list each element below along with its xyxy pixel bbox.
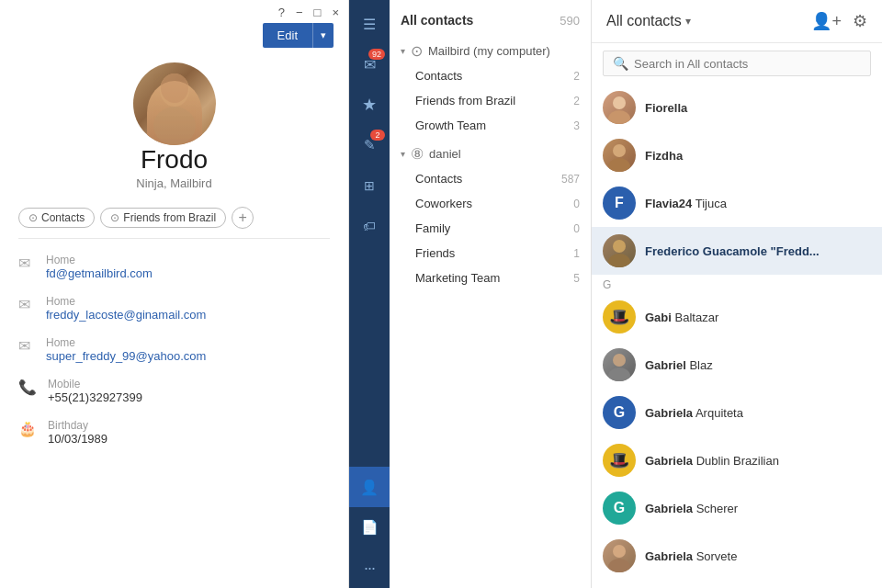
list-item-name: Friends xyxy=(415,246,455,260)
tag-contacts[interactable]: ⊙ Contacts xyxy=(18,208,95,228)
contact-name-gabriela-sch: Gabriela Scherer xyxy=(645,502,738,515)
contact-row-flavia[interactable]: F Flavia24 Tijuca xyxy=(592,179,882,227)
right-title-text: All contacts xyxy=(606,13,682,29)
email-icon-2: ✉ xyxy=(18,296,35,313)
birthday-value: 10/03/1989 xyxy=(48,432,107,446)
contact-row-frederico[interactable]: Frederico Guacamole "Fredd... xyxy=(592,227,882,275)
list-item-daniel-contacts[interactable]: Contacts 587 xyxy=(390,166,591,191)
list-item-name: Marketing Team xyxy=(415,271,500,285)
contact-name-gabriela-sor: Gabriela Sorvete xyxy=(645,549,737,563)
maximize-icon[interactable]: □ xyxy=(314,6,322,19)
list-item-count: 3 xyxy=(573,119,580,132)
nav-compose[interactable]: ✎ 2 xyxy=(349,125,390,165)
list-item-name: Friends from Brazil xyxy=(415,94,515,107)
nav-menu[interactable]: ☰ xyxy=(349,4,390,44)
contacts-nav-icon: 👤 xyxy=(360,479,379,496)
list-item-growth-team[interactable]: Growth Team 3 xyxy=(390,113,591,138)
list-item-name: Family xyxy=(415,221,450,235)
right-actions: 👤+ ⚙ xyxy=(811,11,867,31)
list-item-count: 0 xyxy=(573,222,580,235)
edit-button[interactable]: Edit xyxy=(263,23,312,48)
search-box: 🔍 xyxy=(603,51,871,76)
phone-content: Mobile +55(21)32927399 xyxy=(48,378,142,404)
list-item-coworkers[interactable]: Coworkers 0 xyxy=(390,191,591,216)
list-item-mailbird-contacts[interactable]: Contacts 2 xyxy=(390,63,591,88)
svg-point-6 xyxy=(608,158,630,172)
svg-point-7 xyxy=(613,240,626,253)
list-item-count: 2 xyxy=(573,95,580,107)
contact-name-gabriela-arq: Gabriela Arquiteta xyxy=(645,406,743,420)
minimize-icon[interactable]: − xyxy=(296,6,303,19)
email-row-3: ✉ Home super_freddy_99@yahoo.com xyxy=(18,329,330,370)
list-item-friends-brazil[interactable]: Friends from Brazil 2 xyxy=(390,88,591,113)
contact-name-gabriel: Gabriel Blaz xyxy=(645,358,713,372)
list-item-count: 587 xyxy=(561,173,580,186)
contact-name-flavia: Flavia24 Tijuca xyxy=(645,197,727,210)
birthday-content: Birthday 10/03/1989 xyxy=(48,419,107,446)
email-icon-1: ✉ xyxy=(18,254,35,272)
friends-tag-icon: ⊙ xyxy=(110,211,119,224)
avatar-frederico xyxy=(603,234,636,267)
contact-row-gabi[interactable]: 🎩 Gabi Baltazar xyxy=(592,293,882,341)
left-panel: ? − □ × Edit ▾ Frodo Ninja, Mailbird ⊙ C… xyxy=(0,0,349,588)
add-contact-icon[interactable]: 👤+ xyxy=(811,11,842,31)
contact-list-panel: All contacts 590 ▾ ⊙ Mailbird (my comput… xyxy=(390,0,592,588)
nav-star[interactable]: ★ xyxy=(349,85,390,125)
nav-bar: ☰ ✉ 92 ★ ✎ 2 ⊞ 🏷 👤 📄 ··· xyxy=(349,0,390,588)
phone-value: +55(21)32927399 xyxy=(48,390,142,404)
edit-dropdown-button[interactable]: ▾ xyxy=(312,23,334,48)
avatar-gabriela-sor xyxy=(603,539,636,572)
search-icon: 🔍 xyxy=(613,56,628,71)
nav-tags[interactable]: 🏷 xyxy=(349,206,390,246)
add-tag-button[interactable]: + xyxy=(232,207,254,229)
nav-archive[interactable]: ⊞ xyxy=(349,165,390,206)
list-item-family[interactable]: Family 0 xyxy=(390,216,591,241)
tags-icon: 🏷 xyxy=(363,219,376,233)
phone-icon: 📞 xyxy=(18,379,37,396)
archive-icon: ⊞ xyxy=(364,178,375,193)
contact-row-fizdha[interactable]: Fizdha xyxy=(592,131,882,179)
contact-row-gabriela-dub[interactable]: 🎩 Gabriela Dublin Brazilian xyxy=(592,436,882,484)
list-header-count: 590 xyxy=(560,14,580,28)
right-panel: All contacts ▾ 👤+ ⚙ 🔍 Fiorella Fizdha F xyxy=(592,0,882,588)
email-label-3: Home xyxy=(46,336,206,349)
star-icon: ★ xyxy=(362,95,377,115)
section-mailbird[interactable]: ▾ ⊙ Mailbird (my computer) xyxy=(390,35,591,63)
contact-name-fiorella: Fiorella xyxy=(645,101,687,115)
nav-more[interactable]: ··· xyxy=(349,548,390,588)
tag-friends-brazil[interactable]: ⊙ Friends from Brazil xyxy=(100,208,226,228)
contact-row-gabriela-arq[interactable]: G Gabriela Arquiteta xyxy=(592,389,882,436)
section-daniel[interactable]: ▾ ⑧ daniel xyxy=(390,138,591,166)
inbox-badge: 92 xyxy=(368,49,385,60)
settings-icon[interactable]: ⚙ xyxy=(853,11,867,31)
tag-contacts-label: Contacts xyxy=(41,211,85,224)
search-input[interactable] xyxy=(634,57,861,71)
nav-docs[interactable]: 📄 xyxy=(349,507,390,548)
section-arrow-mailbird: ▾ xyxy=(401,46,405,56)
nav-contacts[interactable]: 👤 xyxy=(349,467,390,507)
svg-rect-2 xyxy=(153,107,196,145)
close-icon[interactable]: × xyxy=(332,6,339,19)
email-value-2[interactable]: freddy_lacoste@ginamail.com xyxy=(46,308,206,322)
avatar-gabriela-sch: G xyxy=(603,492,636,525)
contact-row-gabriela-sor[interactable]: Gabriela Sorvete xyxy=(592,532,882,580)
list-item-name: Growth Team xyxy=(415,119,486,132)
contact-row-gabriel[interactable]: Gabriel Blaz xyxy=(592,341,882,389)
daniel-section-title: daniel xyxy=(429,147,461,161)
contact-info: ✉ Home fd@getmailbird.com ✉ Home freddy_… xyxy=(0,239,348,588)
contact-row-gabriela-sch[interactable]: G Gabriela Scherer xyxy=(592,484,882,532)
email-value-1[interactable]: fd@getmailbird.com xyxy=(46,266,153,280)
nav-inbox[interactable]: ✉ 92 xyxy=(349,44,390,85)
right-title[interactable]: All contacts ▾ xyxy=(606,13,691,29)
list-item-marketing-team[interactable]: Marketing Team 5 xyxy=(390,266,591,290)
email-content-3: Home super_freddy_99@yahoo.com xyxy=(46,336,206,363)
list-header-title: All contacts xyxy=(401,13,473,28)
contact-row-fiorella[interactable]: Fiorella xyxy=(592,84,882,131)
edit-area: Edit ▾ xyxy=(0,19,348,48)
help-icon[interactable]: ? xyxy=(278,6,285,19)
email-value-3[interactable]: super_freddy_99@yahoo.com xyxy=(46,349,206,363)
list-item-friends[interactable]: Friends 1 xyxy=(390,241,591,266)
svg-point-5 xyxy=(613,144,626,157)
svg-point-8 xyxy=(608,254,630,267)
list-item-count: 1 xyxy=(573,247,580,260)
